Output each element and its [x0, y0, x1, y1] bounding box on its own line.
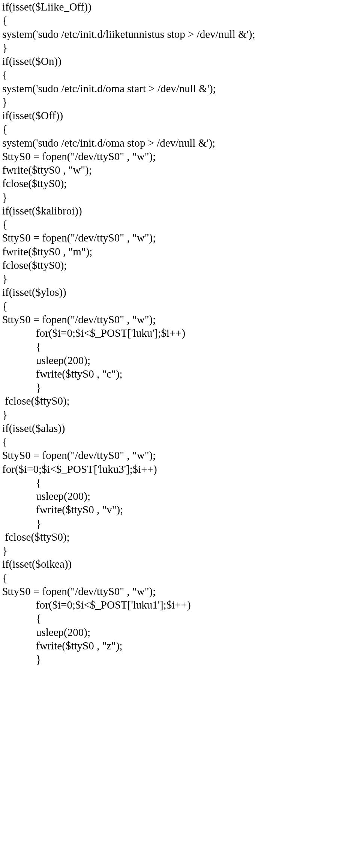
- code-line: {: [2, 571, 358, 585]
- code-line: }: [2, 652, 358, 666]
- code-line: }: [2, 190, 358, 204]
- code-line: for($i=0;$i<$_POST['luku3'];$i++): [2, 462, 358, 476]
- code-line: usleep(200);: [2, 625, 358, 639]
- code-line: for($i=0;$i<$_POST['luku'];$i++): [2, 326, 358, 340]
- code-line: if(isset($kalibroi)): [2, 204, 358, 217]
- code-page: if(isset($Liike_Off)){system('sudo /etc/…: [0, 0, 360, 868]
- code-line: fwrite($ttyS0 , "v");: [2, 503, 358, 516]
- code-line: {: [2, 217, 358, 231]
- code-line: if(isset($On)): [2, 54, 358, 68]
- code-line: {: [2, 476, 358, 489]
- code-line: system('sudo /etc/init.d/liiketunnistus …: [2, 27, 358, 41]
- code-line: $ttyS0 = fopen("/dev/ttyS0" , "w");: [2, 448, 358, 462]
- code-line: fwrite($ttyS0 , "w");: [2, 163, 358, 177]
- code-line: }: [2, 41, 358, 54]
- code-line: if(isset($alas)): [2, 421, 358, 435]
- code-line: $ttyS0 = fopen("/dev/ttyS0" , "w");: [2, 313, 358, 326]
- code-line: system('sudo /etc/init.d/oma start > /de…: [2, 82, 358, 95]
- code-line: for($i=0;$i<$_POST['luku1'];$i++): [2, 598, 358, 612]
- code-line: fclose($ttyS0);: [2, 394, 358, 408]
- code-line: usleep(200);: [2, 489, 358, 503]
- code-line: }: [2, 95, 358, 109]
- code-line: }: [2, 272, 358, 285]
- code-line: {: [2, 68, 358, 81]
- code-line: }: [2, 517, 358, 530]
- code-line: {: [2, 612, 358, 625]
- code-line: if(isset($Off)): [2, 109, 358, 122]
- code-line: fwrite($ttyS0 , "c");: [2, 367, 358, 381]
- code-line: fclose($ttyS0);: [2, 177, 358, 190]
- code-line: fwrite($ttyS0 , "m");: [2, 245, 358, 258]
- code-line: {: [2, 435, 358, 448]
- code-line: $ttyS0 = fopen("/dev/ttyS0" , "w");: [2, 231, 358, 244]
- code-line: fclose($ttyS0);: [2, 258, 358, 272]
- code-line: {: [2, 340, 358, 353]
- code-line: if(isset($Liike_Off)): [2, 0, 358, 13]
- code-line: if(isset($ylos)): [2, 285, 358, 299]
- code-line: {: [2, 299, 358, 313]
- code-line: system('sudo /etc/init.d/oma stop > /dev…: [2, 136, 358, 150]
- code-line: {: [2, 13, 358, 27]
- code-line: }: [2, 381, 358, 394]
- code-line: fwrite($ttyS0 , "z");: [2, 639, 358, 652]
- code-line: $ttyS0 = fopen("/dev/ttyS0" , "w");: [2, 585, 358, 598]
- code-line: usleep(200);: [2, 354, 358, 367]
- code-line: fclose($ttyS0);: [2, 530, 358, 544]
- code-line: }: [2, 544, 358, 557]
- code-line: if(isset($oikea)): [2, 557, 358, 571]
- code-line: }: [2, 408, 358, 421]
- code-line: $ttyS0 = fopen("/dev/ttyS0" , "w");: [2, 150, 358, 163]
- code-line: {: [2, 122, 358, 136]
